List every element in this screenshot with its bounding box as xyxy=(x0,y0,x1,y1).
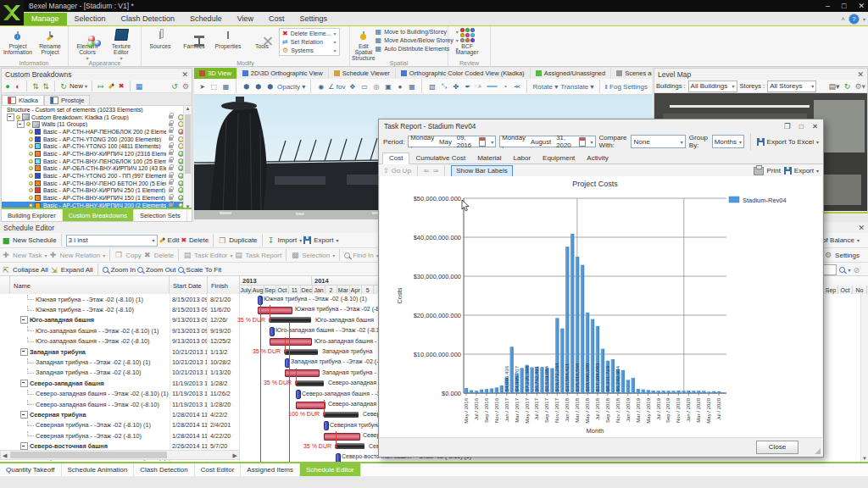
chart-bar[interactable] xyxy=(671,391,675,393)
chart-bar[interactable] xyxy=(470,391,473,393)
ribbon-button-rename-project[interactable]: Rename Project xyxy=(34,28,66,55)
chart-bar[interactable] xyxy=(520,368,523,393)
nav-forward-icon[interactable]: ⇒ xyxy=(433,167,439,175)
selection-button[interactable]: ▩Selection▾ xyxy=(291,251,335,259)
row-expander-icon[interactable] xyxy=(20,316,28,324)
refresh-breakdown-icon[interactable]: ↻ xyxy=(59,82,68,91)
gantt-bar[interactable] xyxy=(258,307,292,314)
row-expander-icon[interactable] xyxy=(20,348,28,356)
globe-icon[interactable]: ◔ xyxy=(500,83,509,91)
report-tab-activity[interactable]: Activity xyxy=(581,153,614,164)
period-to-datepicker[interactable]: Monday ,August31, 2020 ▾ xyxy=(499,136,595,147)
opacity-button[interactable]: Opacity ▾ xyxy=(277,83,305,91)
dropdown-icon[interactable]: ▾ xyxy=(334,30,337,36)
gantt-vscrollbar[interactable]: ▼ xyxy=(860,294,868,462)
ribbon-menu-item-set-relation[interactable]: ⇄Set Relation▾ xyxy=(282,38,337,46)
column-header-start-date[interactable]: Start Date xyxy=(170,276,208,295)
scrollbar-thumb[interactable] xyxy=(185,114,191,174)
zoom-selection-icon[interactable]: ⌕ xyxy=(475,82,484,91)
gantt-bar[interactable] xyxy=(296,402,326,409)
column-header-name[interactable]: Name xyxy=(10,276,170,295)
chart-bar[interactable] xyxy=(682,391,685,393)
chart-bar[interactable] xyxy=(636,389,639,393)
new-schedule-button[interactable]: ▦New Schedule xyxy=(2,236,57,245)
chart-bar[interactable] xyxy=(656,391,659,393)
chart-bar[interactable] xyxy=(697,391,700,393)
chart-bar[interactable] xyxy=(490,388,493,393)
delete-task-button[interactable]: ✖Delete xyxy=(143,251,174,259)
paint-icon[interactable]: ✒ xyxy=(463,83,472,91)
measure-icon[interactable]: ⤡ xyxy=(439,82,448,91)
export-chart-button[interactable]: Export▾ xyxy=(784,167,819,175)
chart-bar[interactable] xyxy=(666,391,670,393)
sphere-icon[interactable]: ● xyxy=(395,83,404,91)
viewport-tab-schedule-viewer[interactable]: Schedule Viewer xyxy=(329,68,396,79)
tree-scrollbar[interactable]: ▲ ▼ xyxy=(183,106,192,209)
edit-breakdown-icon[interactable] xyxy=(107,82,115,91)
export-to-excel-button[interactable]: Export To Excel▾ xyxy=(757,138,819,146)
tree-item[interactable]: Basic - АР-СТН-ВНУ-ПЕНО БЕТОН 200 (5 Ele… xyxy=(2,180,192,187)
window-close-icon[interactable]: ✕ xyxy=(858,2,865,10)
report-tab-cumulative-cost[interactable]: Cumulative Cost xyxy=(409,153,471,164)
buildings-select[interactable]: All Buildings▾ xyxy=(688,80,737,92)
ribbon-menu-item-move-above-below-storey[interactable]: ▦Move Above/Below Storey▾ xyxy=(376,36,459,44)
chart-bar[interactable] xyxy=(591,319,594,393)
edit-schedule-button[interactable]: Edit xyxy=(159,236,180,244)
chart-bar[interactable] xyxy=(560,329,564,393)
chart-bar[interactable] xyxy=(485,389,488,393)
help-icon[interactable]: ? xyxy=(849,14,860,25)
new-task-button[interactable]: ✚New Task▾ xyxy=(2,251,47,259)
chart-bar[interactable] xyxy=(646,390,649,393)
chart-bar[interactable] xyxy=(641,390,644,393)
column-header-finish[interactable]: Finish xyxy=(208,276,240,295)
dropdown-icon[interactable]: ▾ xyxy=(334,39,337,45)
window-minimize-icon[interactable]: – xyxy=(826,2,830,10)
ribbon-tab-schedule[interactable]: Schedule xyxy=(182,13,230,25)
group-by-select[interactable]: Months▾ xyxy=(712,135,744,148)
chart-bar[interactable] xyxy=(702,391,705,393)
chart-bar[interactable] xyxy=(581,265,584,393)
zoom-in-button[interactable]: Zoom In xyxy=(103,266,136,274)
chart-bar[interactable] xyxy=(692,391,695,393)
schedule-close-icon[interactable]: ✕ xyxy=(858,224,865,232)
marquee-select-icon[interactable]: ⬚ xyxy=(209,83,219,91)
bexel-logo-icon[interactable] xyxy=(0,0,24,25)
ribbon-button-texture-editor[interactable]: Texture Editor▾ xyxy=(104,28,138,62)
task-report-float-icon[interactable]: ❐ xyxy=(784,122,791,130)
hscroll-right-icon[interactable]: ▶ xyxy=(233,452,237,459)
window-maximize-icon[interactable]: □ xyxy=(842,2,846,10)
gantt-search-icon[interactable] xyxy=(839,267,845,273)
tree-item[interactable]: Basic - АР-СТН-YTONG 100 (4811 Elements) xyxy=(2,142,192,150)
chart-bar[interactable] xyxy=(570,234,574,393)
chart-bar[interactable] xyxy=(475,391,478,393)
chart-bar[interactable] xyxy=(601,349,604,393)
ribbon-tab-clash-detection[interactable]: Clash Detection xyxy=(114,13,183,25)
gantt-bar[interactable] xyxy=(285,369,320,377)
scroll-up-icon[interactable]: ▲ xyxy=(184,106,192,111)
import-breakdown-icon[interactable]: ↦ xyxy=(97,82,105,91)
tree-item[interactable]: Basic - АР-СТН-ВНУ-КИРПИЧ 150 (1 Element… xyxy=(2,194,192,202)
key-icon[interactable]: ⪻ xyxy=(512,82,521,91)
ribbon-menu-item-delete-eleme-[interactable]: ✖Delete Eleme...▾ xyxy=(282,30,337,37)
ribbon-tab-manage[interactable]: Manage xyxy=(24,13,67,25)
help-dropdown-icon[interactable]: ▾ xyxy=(863,16,865,22)
hscroll-thumb[interactable] xyxy=(10,452,167,458)
ribbon-button-families[interactable]: Families xyxy=(177,28,211,49)
viewport-tab-orthographic-color-coded-view-kladka-[interactable]: Orthographic Color Coded View (Kladka) xyxy=(396,68,531,79)
ribbon-button-bcf-manager[interactable]: BCF Manager xyxy=(450,28,484,55)
chart-bar[interactable] xyxy=(480,390,483,393)
iso-view2-icon[interactable]: ⬢ xyxy=(253,83,263,91)
tree-item[interactable]: Basic - АР-СТН-ВНУ-КИРПИЧ 250 (1 Element… xyxy=(2,187,192,195)
chart-bar[interactable] xyxy=(495,387,498,393)
dock-tab-quantity-takeoff[interactable]: Quantity Takeoff xyxy=(0,463,62,476)
ribbon-button-properties[interactable]: Properties xyxy=(211,28,245,49)
tree-expander-icon[interactable] xyxy=(7,114,14,121)
gantt-bar[interactable] xyxy=(324,433,360,441)
viewport-tab-3d-view[interactable]: 3D View xyxy=(194,68,237,79)
chart-bar[interactable] xyxy=(712,391,715,393)
ribbon-button-sources[interactable]: Sources xyxy=(143,28,177,49)
dock-tab-cost-editor[interactable]: Cost Editor xyxy=(195,463,242,476)
go-up-button[interactable]: ⇧Go Up xyxy=(383,167,411,175)
report-tab-material[interactable]: Material xyxy=(471,153,507,164)
delete-breakdown-icon[interactable]: ✖ xyxy=(117,82,125,91)
